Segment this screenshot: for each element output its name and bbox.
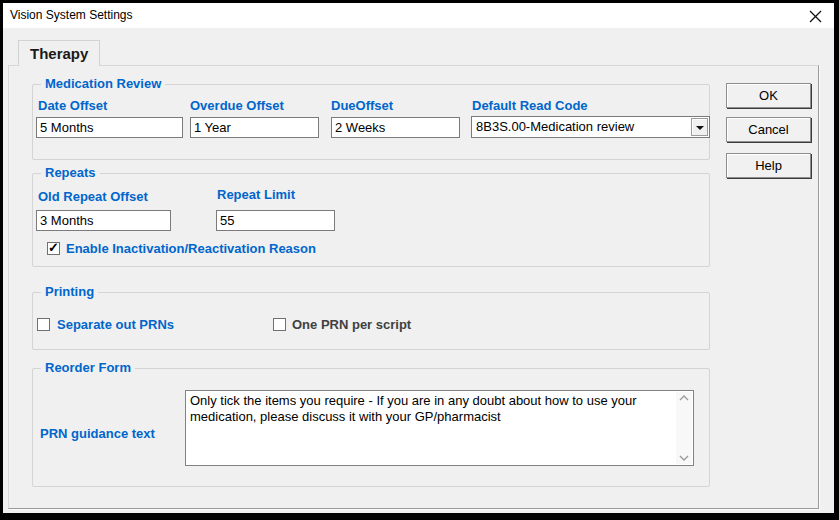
date-offset-label: Date Offset xyxy=(38,98,107,113)
prn-guidance-text-label: PRN guidance text xyxy=(40,426,155,441)
dialog-body: Vision System Settings Therapy Medicatio… xyxy=(3,3,834,513)
group-printing: Printing Separate out PRNs One PRN per s… xyxy=(32,292,710,350)
close-button[interactable] xyxy=(809,9,822,22)
prn-guidance-text-value: Only tick the items you require - If you… xyxy=(190,393,673,425)
old-repeat-offset-input[interactable] xyxy=(36,210,171,231)
one-prn-per-script-label: One PRN per script xyxy=(292,317,411,332)
window-title: Vision System Settings xyxy=(10,8,133,22)
group-reorder-form: Reorder Form PRN guidance text Only tick… xyxy=(32,368,710,487)
enable-inactivation-label: Enable Inactivation/Reactivation Reason xyxy=(66,241,316,256)
dropdown-arrow-icon xyxy=(696,126,704,130)
default-read-code-value: 8B3S.00-Medication review xyxy=(476,119,634,134)
cancel-button[interactable]: Cancel xyxy=(726,117,811,142)
default-read-code-dropdown-button[interactable] xyxy=(691,118,708,136)
group-title-printing: Printing xyxy=(41,285,98,299)
separate-out-prns-checkbox[interactable] xyxy=(37,318,50,331)
title-bar[interactable]: Vision System Settings xyxy=(3,3,834,28)
separate-out-prns-label: Separate out PRNs xyxy=(57,317,174,332)
textarea-scrollbar[interactable] xyxy=(676,392,692,464)
scroll-up-icon[interactable] xyxy=(679,395,689,401)
tab-page-therapy: Medication Review Date Offset Overdue Of… xyxy=(8,65,819,509)
scroll-down-icon[interactable] xyxy=(679,455,689,461)
group-title-reorder-form: Reorder Form xyxy=(41,361,135,375)
tab-therapy[interactable]: Therapy xyxy=(18,40,100,66)
help-button[interactable]: Help xyxy=(726,153,811,178)
close-icon xyxy=(809,10,822,23)
enable-inactivation-checkbox[interactable] xyxy=(47,242,60,255)
group-repeats: Repeats Old Repeat Offset Repeat Limit E… xyxy=(32,173,710,267)
overdue-offset-label: Overdue Offset xyxy=(190,98,284,113)
default-read-code-label: Default Read Code xyxy=(472,98,588,113)
group-title-repeats: Repeats xyxy=(41,166,100,180)
due-offset-input[interactable] xyxy=(331,117,460,138)
group-medication-review: Medication Review Date Offset Overdue Of… xyxy=(32,84,710,160)
repeat-limit-label: Repeat Limit xyxy=(217,187,295,202)
overdue-offset-input[interactable] xyxy=(190,117,319,138)
due-offset-label: DueOffset xyxy=(331,98,393,113)
one-prn-per-script-checkbox[interactable] xyxy=(273,318,286,331)
group-title-medication-review: Medication Review xyxy=(41,77,165,91)
tab-therapy-label: Therapy xyxy=(30,45,88,62)
default-read-code-combobox[interactable]: 8B3S.00-Medication review xyxy=(471,116,710,138)
ok-button[interactable]: OK xyxy=(726,83,811,108)
prn-guidance-textarea[interactable]: Only tick the items you require - If you… xyxy=(185,390,694,466)
repeat-limit-input[interactable] xyxy=(216,210,335,231)
date-offset-input[interactable] xyxy=(36,117,183,138)
old-repeat-offset-label: Old Repeat Offset xyxy=(38,189,148,204)
vision-system-settings-dialog: Vision System Settings Therapy Medicatio… xyxy=(0,0,839,520)
